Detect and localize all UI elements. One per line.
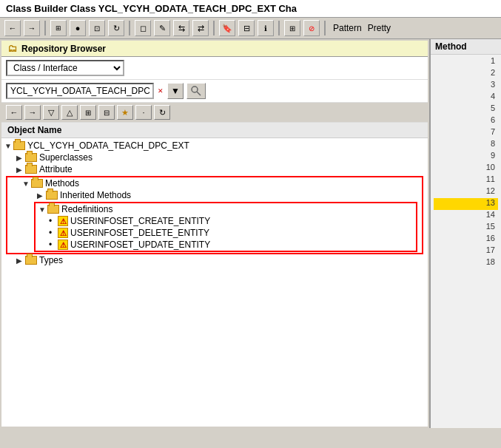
superclasses-arrow [16, 154, 25, 162]
panel-title: 🗂 Repository Browser [1, 41, 428, 57]
star-btn[interactable]: ★ [117, 105, 133, 120]
update-warning-icon: ⚠ [58, 240, 68, 250]
tree-item-delete-entity[interactable]: • ⚠ USERINFOSET_DELETE_ENTITY [36, 227, 416, 239]
line-16: 16 [434, 234, 498, 245]
line-6: 6 [434, 115, 498, 127]
dropdown-arrow-btn[interactable]: ▼ [167, 83, 184, 99]
class-interface-dropdown[interactable]: Class / Interface [6, 60, 124, 76]
local-button[interactable]: ◻ [135, 20, 151, 36]
detail-button[interactable]: ℹ [258, 20, 274, 36]
second-toolbar: ← → ▽ △ ⊞ ⊟ ★ · ↻ [1, 103, 428, 123]
line-10: 10 [434, 163, 498, 174]
redef-label: Redefinitions [61, 204, 112, 214]
line-15: 15 [434, 222, 498, 234]
left-panel: 🗂 Repository Browser Class / Interface ✕… [0, 39, 429, 428]
line-11: 11 [434, 174, 498, 186]
pretty-label: Pretty [368, 23, 391, 33]
nav-button[interactable]: ⇆ [173, 20, 189, 36]
inherited-label: Inherited Methods [60, 190, 131, 200]
create-entity-label: USERINFOSET_CREATE_ENTITY [70, 216, 210, 226]
edit-button[interactable]: ✎ [154, 20, 170, 36]
refresh-button[interactable]: ↻ [108, 20, 124, 36]
types-label: Types [39, 255, 63, 265]
bookmark-button[interactable]: 🔖 [219, 20, 235, 36]
redef-icon [47, 205, 59, 214]
fwd3-btn[interactable]: → [24, 105, 41, 120]
search-input[interactable] [6, 83, 154, 99]
execute-icon [191, 86, 201, 96]
leaf-bullet2: • [49, 228, 58, 238]
root-folder-icon [13, 141, 25, 150]
tree-item-types[interactable]: Types [1, 254, 428, 266]
leaf-bullet3: • [49, 240, 58, 250]
forward-button[interactable]: → [24, 20, 40, 36]
line-4: 4 [434, 92, 498, 103]
line-9: 9 [434, 151, 498, 163]
tree-item-update-entity[interactable]: • ⚠ USERINFOSET_UPDATE_ENTITY [36, 239, 416, 251]
tree-item-attribute[interactable]: Attribute [1, 163, 428, 175]
update-entity-label: USERINFOSET_UPDATE_ENTITY [70, 240, 210, 250]
line-12: 12 [434, 186, 498, 198]
methods-arrow [22, 180, 31, 188]
sep3 [213, 21, 215, 35]
redefinitions-highlight-box: Redefinitions • ⚠ USERINFOSET_CREATE_ENT… [34, 202, 417, 252]
dot-btn[interactable]: · [135, 105, 152, 120]
leaf-bullet: • [49, 216, 58, 226]
line-13: 13 [434, 198, 498, 210]
right-panel-header: Method [431, 39, 501, 55]
tree-area[interactable]: YCL_YCYH_ODATA_TEACH_DPC_EXT Superclasse… [1, 138, 428, 427]
main-layout: 🗂 Repository Browser Class / Interface ✕… [0, 39, 501, 428]
delete-warning-icon: ⚠ [58, 228, 68, 238]
panel-title-text: Repository Browser [21, 44, 106, 54]
main-toolbar: ← → ⊞ ● ⊡ ↻ ◻ ✎ ⇆ ⇄ 🔖 ⊟ ℹ ⊞ ⊘ Pattern Pr… [0, 18, 501, 39]
line-3: 3 [434, 80, 498, 92]
sep1 [44, 21, 46, 35]
expand-all-btn[interactable]: ⊞ [80, 105, 96, 120]
obj-name-header: Object Name [1, 123, 428, 138]
attribute-label: Attribute [39, 164, 73, 174]
sep4 [278, 21, 280, 35]
nav2-button[interactable]: ⇄ [192, 20, 209, 36]
collapse-all-btn[interactable]: ⊟ [98, 105, 115, 120]
delete-entity-label: USERINFOSET_DELETE_ENTITY [70, 228, 209, 238]
line-1: 1 [434, 56, 498, 68]
search-row: ✕ ▼ [1, 80, 428, 103]
collapse-button[interactable]: ⊟ [238, 20, 255, 36]
methods-highlight-box: Methods Inherited Methods Redefinitions [6, 176, 423, 254]
right-panel: Method 1 2 3 4 5 6 7 8 9 10 11 12 13 14 … [429, 39, 501, 428]
redef-arrow [38, 206, 47, 214]
superclasses-label: Superclasses [39, 152, 93, 163]
svg-point-0 [192, 86, 198, 92]
tree-item-methods[interactable]: Methods [7, 177, 422, 189]
print-button[interactable]: ⊞ [284, 20, 300, 36]
types-icon [25, 256, 37, 265]
down-tree-btn[interactable]: ▽ [43, 105, 59, 120]
tree-root[interactable]: YCL_YCYH_ODATA_TEACH_DPC_EXT [1, 140, 428, 152]
back3-btn[interactable]: ← [6, 105, 22, 120]
tree-item-inherited-methods[interactable]: Inherited Methods [7, 189, 422, 201]
dropdown-row: Class / Interface [1, 57, 428, 80]
stop-button[interactable]: ⊘ [303, 20, 320, 36]
copy-button[interactable]: ⊡ [89, 20, 105, 36]
root-arrow [4, 142, 13, 150]
line-numbers: 1 2 3 4 5 6 7 8 9 10 11 12 13 14 15 16 1… [431, 55, 501, 271]
types-arrow [16, 257, 25, 265]
tree-item-redefinitions[interactable]: Redefinitions [36, 203, 416, 215]
line-18: 18 [434, 257, 498, 269]
superclasses-icon [25, 153, 37, 162]
line-14: 14 [434, 210, 498, 222]
methods-icon [31, 179, 43, 188]
cmd-button[interactable]: ⊞ [50, 20, 67, 36]
create-warning-icon: ⚠ [58, 216, 68, 226]
sync2-btn[interactable]: ↻ [154, 105, 170, 120]
up-tree-btn[interactable]: △ [61, 105, 78, 120]
repo-icon: 🗂 [7, 43, 17, 54]
close-x-badge: ✕ [158, 87, 164, 95]
line-7: 7 [434, 127, 498, 139]
obj-button[interactable]: ● [70, 20, 86, 36]
back-button[interactable]: ← [4, 20, 21, 36]
line-8: 8 [434, 139, 498, 151]
tree-item-superclasses[interactable]: Superclasses [1, 152, 428, 163]
tree-item-create-entity[interactable]: • ⚠ USERINFOSET_CREATE_ENTITY [36, 215, 416, 227]
search-execute-btn[interactable] [186, 83, 206, 99]
